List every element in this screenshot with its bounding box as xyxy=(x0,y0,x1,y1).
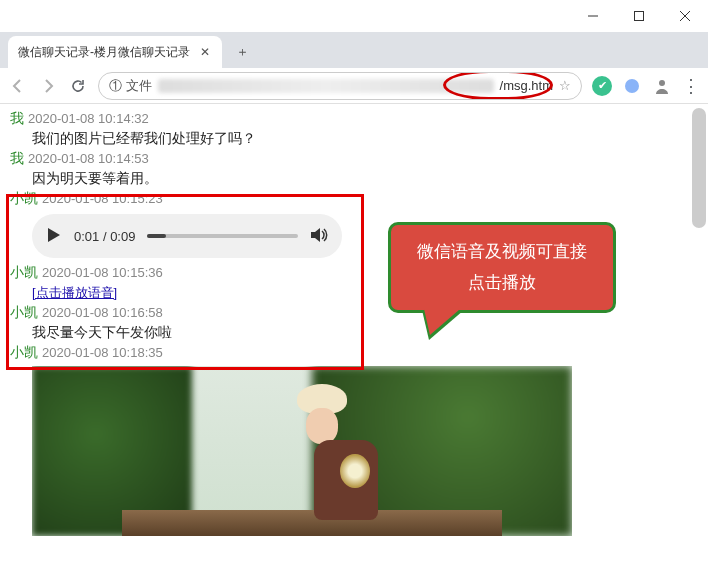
chat-message: 我2020-01-08 10:14:53因为明天要等着用。 xyxy=(10,150,698,188)
callout-line-1: 微信语音及视频可直接 xyxy=(399,237,605,268)
reload-button[interactable] xyxy=(68,76,88,96)
message-sender: 我 xyxy=(10,110,24,126)
play-audio-link[interactable]: [点击播放语音] xyxy=(32,285,117,300)
message-sender: 我 xyxy=(10,150,24,166)
callout-line-2: 点击播放 xyxy=(399,268,605,299)
chat-message: 小凯2020-01-08 10:18:35 xyxy=(10,344,698,536)
message-sender: 小凯 xyxy=(10,190,38,206)
url-path: /msg.htm xyxy=(500,78,553,93)
menu-button[interactable]: ⋮ xyxy=(682,77,700,95)
svg-point-4 xyxy=(625,79,639,93)
message-text: 我尽量今天下午发你啦 xyxy=(32,324,698,342)
url-blurred-part xyxy=(158,79,494,93)
close-tab-icon[interactable]: ✕ xyxy=(198,45,212,59)
minimize-button[interactable] xyxy=(570,0,616,32)
url-scheme-label: ① 文件 xyxy=(109,77,152,95)
annotation-callout: 微信语音及视频可直接 点击播放 xyxy=(388,222,616,313)
scrollbar-thumb[interactable] xyxy=(692,108,706,228)
message-timestamp: 2020-01-08 10:14:53 xyxy=(28,151,149,166)
audio-time: 0:01 / 0:09 xyxy=(74,229,135,244)
tab-strip: 微信聊天记录-楼月微信聊天记录 ✕ ＋ xyxy=(0,32,708,68)
message-text: 我们的图片已经帮我们处理好了吗？ xyxy=(32,130,698,148)
maximize-button[interactable] xyxy=(616,0,662,32)
extension-icon-1[interactable]: ✔ xyxy=(592,76,612,96)
browser-tab[interactable]: 微信聊天记录-楼月微信聊天记录 ✕ xyxy=(8,36,222,68)
audio-player[interactable]: 0:01 / 0:09 xyxy=(32,214,342,258)
message-timestamp: 2020-01-08 10:16:58 xyxy=(42,305,163,320)
message-timestamp: 2020-01-08 10:15:36 xyxy=(42,265,163,280)
chat-message: 我2020-01-08 10:14:32我们的图片已经帮我们处理好了吗？ xyxy=(10,110,698,148)
extension-icon-2[interactable] xyxy=(622,76,642,96)
browser-toolbar: ① 文件 /msg.htm ☆ ✔ ⋮ xyxy=(0,68,708,104)
back-button[interactable] xyxy=(8,76,28,96)
message-timestamp: 2020-01-08 10:14:32 xyxy=(28,111,149,126)
svg-marker-6 xyxy=(48,228,60,242)
message-text: 因为明天要等着用。 xyxy=(32,170,698,188)
tab-title: 微信聊天记录-楼月微信聊天记录 xyxy=(18,44,190,61)
message-sender: 小凯 xyxy=(10,304,38,320)
message-sender: 小凯 xyxy=(10,344,38,360)
svg-point-5 xyxy=(659,80,665,86)
window-titlebar xyxy=(0,0,708,32)
star-icon[interactable]: ☆ xyxy=(559,78,571,93)
message-image[interactable] xyxy=(32,366,572,536)
play-icon[interactable] xyxy=(46,227,62,246)
close-window-button[interactable] xyxy=(662,0,708,32)
message-sender: 小凯 xyxy=(10,264,38,280)
profile-icon[interactable] xyxy=(652,76,672,96)
message-timestamp: 2020-01-08 10:15:23 xyxy=(42,191,163,206)
new-tab-button[interactable]: ＋ xyxy=(228,38,256,66)
message-timestamp: 2020-01-08 10:18:35 xyxy=(42,345,163,360)
svg-rect-1 xyxy=(635,12,644,21)
forward-button[interactable] xyxy=(38,76,58,96)
svg-marker-7 xyxy=(311,228,320,242)
volume-icon[interactable] xyxy=(310,226,328,247)
page-content: 我2020-01-08 10:14:32我们的图片已经帮我们处理好了吗？我202… xyxy=(0,104,708,575)
address-bar[interactable]: ① 文件 /msg.htm ☆ xyxy=(98,72,582,100)
audio-progress[interactable] xyxy=(147,234,298,238)
